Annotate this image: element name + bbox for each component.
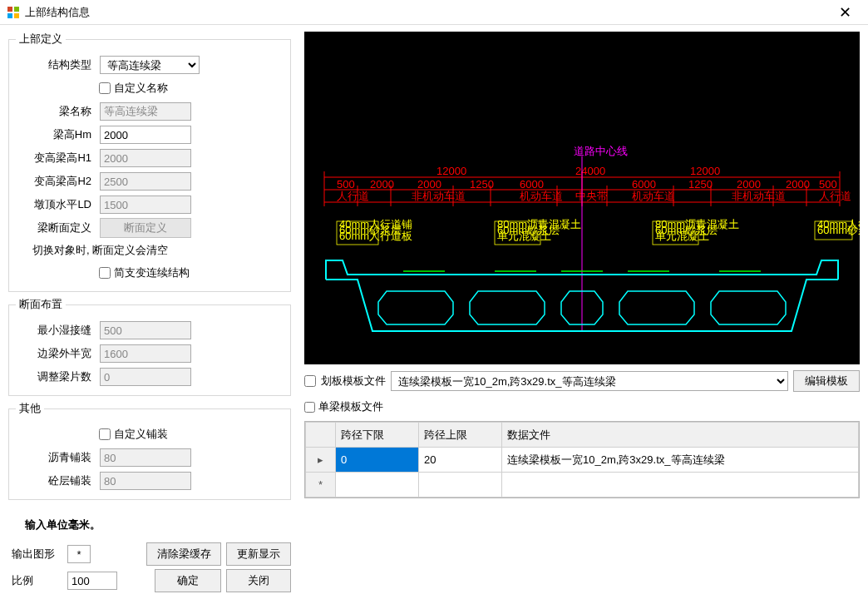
col-file[interactable]: 数据文件	[502, 423, 859, 448]
min-seam-input	[100, 321, 191, 339]
struct-type-select[interactable]: 等高连续梁	[100, 56, 200, 74]
svg-text:1250: 1250	[688, 178, 713, 191]
svg-text:中央带: 中央带	[575, 190, 608, 202]
plate-file-label: 划板模板文件	[321, 374, 386, 389]
svg-text:24000: 24000	[575, 165, 605, 177]
table-row-new[interactable]: *	[306, 473, 859, 498]
svg-rect-3	[14, 13, 19, 18]
svg-text:道路中心线: 道路中心线	[574, 145, 628, 157]
struct-type-label: 结构类型	[16, 57, 95, 72]
edit-template-button[interactable]: 编辑模板	[793, 370, 860, 392]
ratio-input[interactable]	[67, 572, 117, 590]
simple-cont-checkbox[interactable]	[99, 267, 111, 279]
svg-text:6000: 6000	[520, 178, 544, 191]
left-panel: 上部定义 结构类型 等高连续梁 自定义名称 梁名称 梁高Hm 变高梁高H1	[0, 25, 299, 599]
svg-text:非机动车道: 非机动车道	[732, 190, 786, 202]
app-icon	[7, 6, 20, 19]
svg-text:2000: 2000	[417, 178, 441, 191]
switch-note: 切换对象时, 断面定义会清空	[16, 240, 284, 261]
svg-text:500: 500	[819, 178, 837, 191]
sec-def-label: 梁断面定义	[16, 220, 95, 235]
other-legend: 其他	[16, 401, 44, 416]
close-dialog-button[interactable]: 关闭	[226, 569, 291, 592]
svg-text:12000: 12000	[690, 165, 720, 177]
template-grid[interactable]: 跨径下限 跨径上限 数据文件 ▸ 0 20 连续梁模板一宽10_2m,跨3x29…	[304, 421, 860, 498]
svg-text:1250: 1250	[470, 178, 494, 191]
custom-name-checkbox[interactable]	[99, 82, 111, 94]
section-layout-group: 断面布置 最小湿接缝 边梁外半宽 调整梁片数	[8, 297, 291, 396]
output-fig-button[interactable]: *	[67, 545, 91, 563]
cell-lower[interactable]: 0	[336, 448, 419, 473]
edge-half-label: 边梁外半宽	[16, 346, 95, 361]
right-panel: 12000 12000 24000 5002000 20001250 6000 …	[299, 25, 868, 599]
beam-file-label: 单梁模板文件	[318, 399, 383, 414]
svg-text:单元混凝土: 单元混凝土	[655, 230, 709, 242]
svg-text:单元混凝土: 单元混凝土	[497, 230, 551, 242]
upper-def-group: 上部定义 结构类型 等高连续梁 自定义名称 梁名称 梁高Hm 变高梁高H1	[8, 32, 291, 292]
beam-hm-input[interactable]	[100, 126, 191, 144]
pier-ld-input	[100, 196, 191, 214]
beam-file-checkbox[interactable]	[304, 402, 315, 413]
custom-name-label: 自定义名称	[114, 81, 168, 96]
custom-pave-checkbox[interactable]	[99, 428, 111, 440]
unit-note: 输入单位毫米。	[8, 509, 291, 541]
var-h1-label: 变高梁高H1	[16, 151, 95, 166]
svg-text:机动车道: 机动车道	[520, 190, 563, 202]
adj-count-label: 调整梁片数	[16, 369, 95, 384]
sec-def-button: 断面定义	[100, 218, 191, 238]
clear-cache-button[interactable]: 清除梁缓存	[146, 542, 221, 566]
svg-text:人行道: 人行道	[819, 190, 851, 202]
svg-text:500: 500	[337, 178, 355, 191]
svg-rect-0	[7, 7, 12, 12]
table-row[interactable]: ▸ 0 20 连续梁模板一宽10_2m,跨3x29.tx_等高连续梁	[306, 448, 859, 473]
asphalt-input	[100, 448, 191, 467]
plate-file-select[interactable]: 连续梁模板一宽10_2m,跨3x29.tx_等高连续梁	[391, 371, 788, 391]
upper-def-legend: 上部定义	[16, 32, 66, 47]
svg-text:60mm人行道板: 60mm人行道板	[339, 230, 412, 242]
edge-half-input	[100, 344, 191, 363]
ok-button[interactable]: 确定	[155, 569, 221, 592]
ratio-label: 比例	[8, 573, 62, 588]
adj-count-input	[100, 368, 191, 386]
row-indicator: ▸	[306, 448, 336, 473]
plate-file-checkbox[interactable]	[304, 375, 316, 387]
svg-rect-2	[7, 13, 12, 18]
var-h1-input	[100, 149, 191, 167]
min-seam-label: 最小湿接缝	[16, 323, 95, 338]
col-lower[interactable]: 跨径下限	[336, 423, 419, 448]
svg-text:2000: 2000	[786, 178, 810, 191]
cad-viewport[interactable]: 12000 12000 24000 5002000 20001250 6000 …	[304, 32, 860, 364]
concrete-input	[100, 472, 191, 490]
beam-hm-label: 梁高Hm	[16, 127, 95, 142]
var-h2-label: 变高梁高H2	[16, 174, 95, 189]
svg-text:12000: 12000	[436, 165, 466, 177]
beam-name-label: 梁名称	[16, 104, 95, 119]
refresh-button[interactable]: 更新显示	[226, 542, 291, 566]
cell-upper[interactable]: 20	[419, 448, 502, 473]
titlebar: 上部结构信息 ✕	[0, 0, 868, 25]
svg-rect-1	[14, 7, 19, 12]
svg-text:非机动车道: 非机动车道	[412, 190, 466, 202]
output-fig-label: 输出图形	[8, 547, 62, 562]
var-h2-input	[100, 172, 191, 191]
svg-text:机动车道: 机动车道	[632, 190, 675, 202]
other-group: 其他 自定义铺装 沥青铺装 砼层铺装	[8, 401, 291, 500]
pier-ld-label: 墩顶水平LD	[16, 197, 95, 212]
beam-name-input	[100, 102, 191, 121]
col-upper[interactable]: 跨径上限	[419, 423, 502, 448]
svg-text:2000: 2000	[370, 178, 394, 191]
cell-file[interactable]: 连续梁模板一宽10_2m,跨3x29.tx_等高连续梁	[502, 448, 859, 473]
row-new-indicator: *	[306, 473, 336, 498]
asphalt-label: 沥青铺装	[16, 450, 95, 465]
window-title: 上部结构信息	[25, 5, 828, 20]
svg-text:60mm砂浆层: 60mm砂浆层	[817, 224, 860, 236]
simple-cont-label: 简支变连续结构	[114, 265, 190, 280]
svg-text:2000: 2000	[737, 178, 761, 191]
svg-text:人行道: 人行道	[337, 190, 369, 202]
close-button[interactable]: ✕	[828, 5, 861, 20]
svg-text:6000: 6000	[632, 178, 656, 191]
concrete-label: 砼层铺装	[16, 473, 95, 488]
custom-pave-label: 自定义铺装	[114, 427, 168, 442]
section-layout-legend: 断面布置	[16, 297, 66, 312]
